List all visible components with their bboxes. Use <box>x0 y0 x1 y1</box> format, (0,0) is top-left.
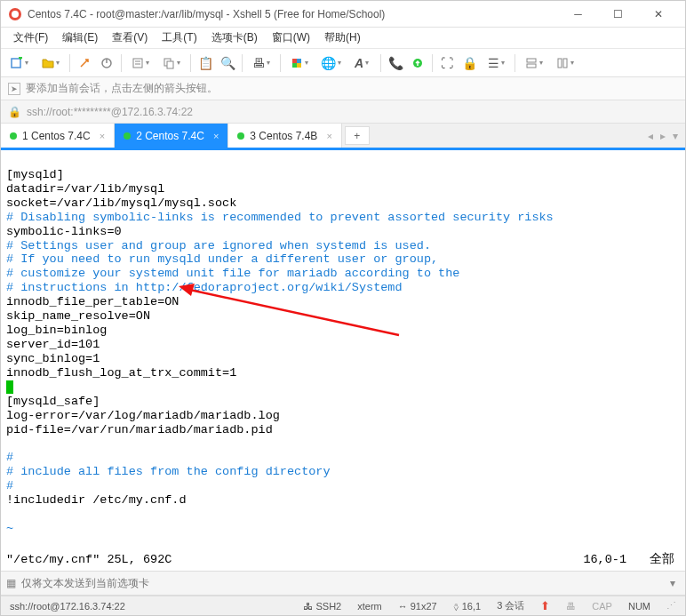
svg-rect-14 <box>292 63 297 68</box>
fullscreen-button[interactable]: ⛶ <box>436 52 458 74</box>
update-icon[interactable]: ⬆ <box>537 599 554 612</box>
menubar: 文件(F) 编辑(E) 查看(V) 工具(T) 选项卡(B) 窗口(W) 帮助(… <box>1 28 685 49</box>
cursor-icon: ⎀ <box>453 601 459 612</box>
svg-rect-13 <box>297 59 301 63</box>
xftp-button[interactable] <box>407 52 428 74</box>
tab-label: 1 Centos 7.4C <box>22 130 91 142</box>
term-line: log_bin=binlog <box>6 324 107 337</box>
svg-rect-2 <box>12 59 20 68</box>
term-line: innodb_flush_log_at_trx_commit=1 <box>6 366 236 380</box>
term-line: log-error=/var/log/mariadb/mariadb.log <box>6 409 280 422</box>
svg-point-1 <box>12 11 19 18</box>
send-icon: ▦ <box>6 577 16 589</box>
info-text: 要添加当前会话，点击左侧的箭头按钮。 <box>26 81 218 96</box>
tab-label: 3 Centos 7.4B <box>250 130 317 142</box>
status-dot-icon <box>237 132 244 140</box>
term-line: # Settings user and group are ignored wh… <box>6 239 431 252</box>
tab-next-button[interactable]: ▸ <box>658 128 667 144</box>
disconnect-button[interactable] <box>96 52 117 74</box>
tab-menu-button[interactable]: ▾ <box>671 128 680 144</box>
status-cap: CAP <box>588 601 616 612</box>
status-dot-icon <box>124 132 131 140</box>
term-line: server_id=101 <box>6 338 100 351</box>
lock-button[interactable]: 🔒 <box>459 52 480 74</box>
tab-1[interactable]: 1 Centos 7.4C× <box>1 124 115 148</box>
status-cursor: 16,1 <box>462 601 481 612</box>
address-bar: 🔒 ssh://root:*********@172.16.3.74:22 <box>1 100 685 124</box>
term-line: !includedir /etc/my.cnf.d <box>6 493 187 507</box>
svg-rect-12 <box>292 59 297 63</box>
tab-close-icon[interactable]: × <box>100 131 105 141</box>
term-line: symbolic-links=0 <box>6 225 122 238</box>
window-title: Centos 7.4C - root@master:/var/lib/mysql… <box>28 8 558 20</box>
address-text[interactable]: ssh://root:*********@172.16.3.74:22 <box>27 106 193 118</box>
svg-rect-15 <box>297 63 301 68</box>
resize-grip-icon[interactable]: ⋰ <box>663 600 680 612</box>
status-term: xterm <box>354 601 386 612</box>
status-proto: SSH2 <box>315 601 341 612</box>
term-line: # include all files from the config dire… <box>6 465 331 478</box>
print-button[interactable]: 🖶 <box>246 52 276 74</box>
encoding-button[interactable]: ☰ <box>481 52 511 74</box>
status-dot-icon <box>10 132 17 140</box>
send-bar: ▦ ▾ <box>1 571 685 596</box>
tab-label: 2 Centos 7.4C <box>136 130 204 142</box>
tile-horizontal-button[interactable] <box>519 52 549 74</box>
tab-bar: 1 Centos 7.4C× 2 Centos 7.4C× 3 Centos 7… <box>1 124 685 150</box>
vim-file-info: "/etc/my.cnf" 25L, 692C <box>6 553 172 567</box>
term-line: [mysqld_safe] <box>6 395 100 408</box>
status-connection: ssh://root@172.16.3.74:22 <box>6 601 129 612</box>
svg-rect-7 <box>133 59 142 68</box>
open-button[interactable] <box>36 52 66 74</box>
term-line: skip_name_resolve=ON <box>6 309 150 323</box>
copy-button[interactable] <box>156 52 187 74</box>
xagent-button[interactable]: 📞 <box>385 52 406 74</box>
tab-prev-button[interactable]: ◂ <box>646 128 655 144</box>
menu-help[interactable]: 帮助(H) <box>317 28 368 48</box>
term-line: # Disabling symbolic-links is recommende… <box>6 211 554 224</box>
send-input[interactable] <box>21 577 660 589</box>
close-button[interactable]: ✕ <box>638 2 678 27</box>
titlebar: Centos 7.4C - root@master:/var/lib/mysql… <box>1 1 685 28</box>
term-line: [mysqld] <box>6 168 64 181</box>
info-bar: ➤ 要添加当前会话，点击左侧的箭头按钮。 <box>1 77 685 100</box>
network-icon: 🖧 <box>303 601 313 612</box>
svg-rect-19 <box>558 59 562 68</box>
color-scheme-button[interactable] <box>284 52 315 74</box>
menu-tools[interactable]: 工具(T) <box>155 28 203 48</box>
term-line: # instructions in http://fedoraproject.o… <box>6 281 403 294</box>
internet-button[interactable]: 🌐 <box>315 52 346 74</box>
add-tab-button[interactable]: + <box>345 126 370 145</box>
printer-icon: 🖶 <box>566 601 576 612</box>
menu-window[interactable]: 窗口(W) <box>265 28 317 48</box>
menu-tabs[interactable]: 选项卡(B) <box>204 28 265 48</box>
term-line: sync_binlog=1 <box>6 352 100 365</box>
menu-edit[interactable]: 编辑(E) <box>55 28 105 48</box>
status-num: NUM <box>625 601 654 612</box>
svg-rect-17 <box>527 59 536 62</box>
terminal[interactable]: [mysqld] datadir=/var/lib/mysql socket=/… <box>1 150 685 571</box>
svg-rect-20 <box>563 59 567 68</box>
properties-button[interactable] <box>125 52 156 74</box>
tab-2[interactable]: 2 Centos 7.4C× <box>115 124 228 148</box>
term-line: datadir=/var/lib/mysql <box>6 182 164 196</box>
term-tilde: ~ <box>6 522 13 535</box>
maximize-button[interactable]: ☐ <box>598 2 638 27</box>
tab-close-icon[interactable]: × <box>326 131 331 141</box>
font-button[interactable]: A <box>347 52 377 74</box>
lock-icon: 🔒 <box>8 106 21 118</box>
paste-button[interactable]: 📋 <box>195 52 216 74</box>
vim-scroll-pct: 全部 <box>650 553 674 567</box>
tab-close-icon[interactable]: × <box>213 131 219 141</box>
reconnect-button[interactable] <box>74 52 95 74</box>
minimize-button[interactable]: ─ <box>558 2 598 27</box>
add-session-icon[interactable]: ➤ <box>8 83 20 95</box>
send-toggle-button[interactable]: ▾ <box>666 577 680 589</box>
tile-vertical-button[interactable] <box>550 52 580 74</box>
menu-view[interactable]: 查看(V) <box>105 28 155 48</box>
tab-3[interactable]: 3 Centos 7.4B× <box>228 124 342 148</box>
find-button[interactable]: 🔍 <box>217 52 238 74</box>
term-line: # <box>6 479 13 492</box>
new-session-button[interactable] <box>4 52 35 74</box>
menu-file[interactable]: 文件(F) <box>6 28 55 48</box>
